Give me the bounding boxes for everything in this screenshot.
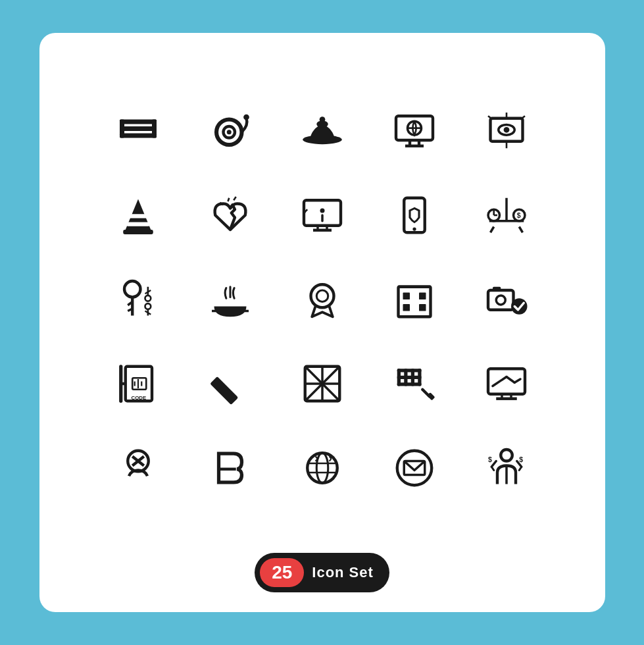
svg-text:CODE: CODE [131,395,146,401]
camera-check-icon [474,267,539,332]
svg-rect-1 [120,126,157,131]
svg-rect-66 [403,304,410,311]
svg-rect-63 [398,287,430,317]
svg-rect-94 [418,369,421,386]
desktop-monitor-icon [474,351,539,417]
svg-rect-64 [403,293,410,300]
main-card: $ CODE [39,33,605,612]
knife-icon [197,351,263,417]
svg-text:$: $ [488,455,492,463]
svg-text:$: $ [516,211,520,219]
svg-rect-0 [120,120,157,124]
code-book-icon: CODE [105,351,171,417]
hat-food-icon [289,98,355,164]
svg-line-98 [493,377,507,386]
svg-point-33 [320,209,324,213]
wire-coil-icon [105,98,171,164]
svg-rect-93 [410,369,414,386]
svg-rect-71 [493,287,501,292]
hot-bowl-icon [197,267,263,332]
svg-point-109 [316,453,328,483]
svg-rect-65 [419,293,426,300]
tree-dna-icon [105,267,171,332]
svg-point-7 [226,130,231,134]
svg-rect-89 [397,376,421,379]
svg-line-116 [491,461,496,467]
mail-circle-icon [382,435,447,501]
svg-point-61 [310,284,334,307]
phone-shield-icon [382,182,447,248]
shovel-grid-icon [382,351,447,417]
svg-rect-67 [419,304,426,311]
crate-box-icon [289,351,355,417]
svg-point-53 [145,296,151,301]
svg-line-29 [228,198,229,201]
building-icon [382,267,447,332]
hose-reel-icon [197,98,263,164]
svg-rect-88 [397,369,421,372]
svg-line-99 [507,377,514,383]
target-eye-icon [474,98,539,164]
svg-point-39 [412,227,416,230]
businessman-growth-icon: $$ [474,435,539,501]
svg-point-49 [124,281,141,297]
svg-point-11 [319,116,325,122]
svg-rect-3 [120,120,124,138]
svg-line-30 [234,197,236,200]
svg-text:$: $ [519,455,523,463]
svg-rect-90 [397,382,421,386]
svg-line-100 [514,379,520,382]
svg-rect-26 [123,230,153,234]
svg-rect-97 [488,369,525,394]
letter-b-icon [197,435,263,501]
svg-rect-2 [120,134,157,138]
traffic-cone-icon [105,182,171,248]
svg-point-108 [307,453,337,483]
bottom-badge: 25 Icon Set [255,553,389,592]
svg-point-8 [243,115,249,120]
badge-text: Icon Set [312,564,374,581]
svg-rect-91 [397,369,400,386]
svg-point-114 [501,450,512,461]
svg-line-119 [519,467,522,470]
svg-point-20 [503,127,509,133]
no-head-icon [105,435,171,501]
global-monitor-icon [382,98,447,164]
svg-line-47 [490,227,493,233]
broken-heart-icon [197,182,263,248]
svg-point-62 [316,290,328,302]
svg-point-54 [145,303,151,309]
svg-rect-69 [488,290,514,310]
info-monitor-icon [289,182,355,248]
svg-rect-4 [152,120,157,138]
svg-point-70 [496,296,505,305]
svg-rect-92 [404,369,407,386]
icons-grid: $ CODE [105,59,539,540]
badge-number: 25 [260,558,304,587]
globe-wind-icon [289,435,355,501]
time-money-icon: $ [474,182,539,248]
svg-line-48 [519,227,522,233]
svg-line-118 [491,467,494,470]
badge-award-icon [289,267,355,332]
svg-rect-28 [126,222,149,226]
svg-point-112 [397,451,432,486]
svg-rect-27 [129,214,147,218]
